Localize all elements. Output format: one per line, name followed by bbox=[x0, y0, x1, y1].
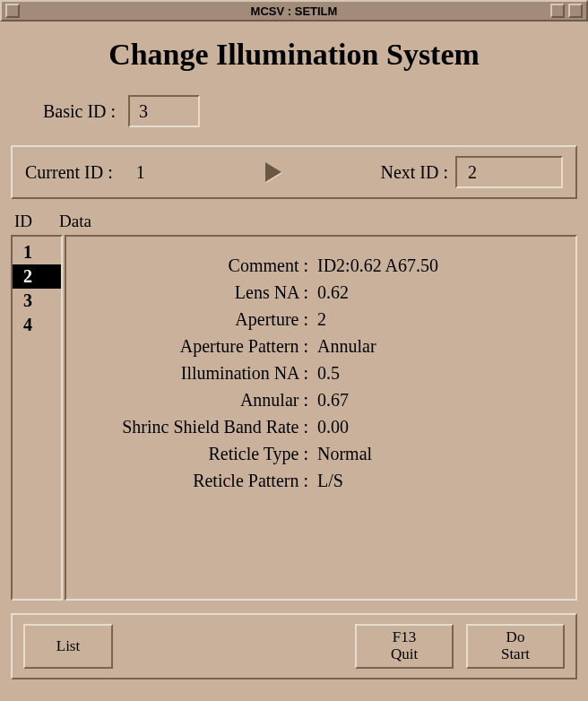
data-row: Aperture Pattern :Annular bbox=[84, 336, 558, 357]
data-row-label: Illumination NA : bbox=[84, 363, 317, 384]
data-row: Shrinc Shield Band Rate :0.00 bbox=[84, 417, 558, 437]
next-id-value: 2 bbox=[468, 162, 477, 183]
titlebar: MCSV : SETILM bbox=[0, 0, 588, 22]
data-row-value: Normal bbox=[317, 444, 372, 464]
data-row: Reticle Type :Normal bbox=[84, 444, 558, 464]
data-row-value: 0.67 bbox=[317, 390, 349, 411]
quit-button[interactable]: F13 Quit bbox=[355, 624, 454, 669]
data-row-label: Comment : bbox=[84, 255, 317, 276]
window-body: Change Illumination System Basic ID : 3 … bbox=[0, 38, 588, 690]
data-row-label: Lens NA : bbox=[84, 282, 317, 303]
data-row: Lens NA :0.62 bbox=[84, 282, 558, 303]
data-row: Annular :0.67 bbox=[84, 390, 558, 411]
current-id-label: Current ID : bbox=[25, 162, 113, 183]
data-row: Aperture :2 bbox=[84, 309, 558, 330]
data-row-value: L/S bbox=[317, 471, 343, 491]
footer: List F13 Quit Do Start bbox=[11, 613, 577, 679]
do-start-button-line2: Start bbox=[501, 646, 530, 663]
data-row-label: Shrinc Shield Band Rate : bbox=[84, 417, 317, 437]
data-row-label: Aperture Pattern : bbox=[84, 336, 317, 357]
data-row-value: Annular bbox=[317, 336, 376, 357]
sysmenu-button[interactable] bbox=[5, 4, 20, 18]
columns-header: ID Data bbox=[14, 212, 577, 231]
basic-id-row: Basic ID : 3 bbox=[11, 91, 577, 145]
current-id-value: 1 bbox=[136, 162, 167, 183]
do-start-button[interactable]: Do Start bbox=[466, 624, 565, 669]
maximize-button[interactable] bbox=[568, 4, 583, 18]
basic-id-field[interactable]: 3 bbox=[128, 95, 200, 127]
data-row-value: 2 bbox=[317, 309, 326, 330]
col-data-label: Data bbox=[59, 212, 91, 231]
data-row: Comment :ID2:0.62 A67.50 bbox=[84, 255, 558, 276]
quit-button-line1: F13 bbox=[393, 629, 416, 646]
current-next-group: Current ID : 1 Next ID : 2 bbox=[11, 145, 577, 199]
basic-id-value: 3 bbox=[139, 101, 148, 122]
play-icon[interactable] bbox=[265, 162, 281, 182]
list-button[interactable]: List bbox=[23, 624, 113, 669]
id-list-item[interactable]: 3 bbox=[13, 289, 61, 313]
list-button-label: List bbox=[56, 638, 80, 655]
data-row: Illumination NA :0.5 bbox=[84, 363, 558, 384]
quit-button-line2: Quit bbox=[391, 646, 418, 663]
id-list-item[interactable]: 4 bbox=[13, 313, 61, 337]
next-id-label: Next ID : bbox=[380, 162, 448, 183]
data-row-value: 0.62 bbox=[317, 282, 349, 303]
main-area: 1234 Comment :ID2:0.62 A67.50Lens NA :0.… bbox=[11, 235, 577, 601]
data-row-label: Aperture : bbox=[84, 309, 317, 330]
data-panel: Comment :ID2:0.62 A67.50Lens NA :0.62Ape… bbox=[65, 235, 577, 601]
data-row: Reticle Pattern :L/S bbox=[84, 471, 558, 491]
data-row-label: Annular : bbox=[84, 390, 317, 411]
id-list[interactable]: 1234 bbox=[11, 235, 63, 601]
data-row-value: 0.00 bbox=[317, 417, 349, 437]
page-title: Change Illumination System bbox=[11, 38, 577, 72]
window-title: MCSV : SETILM bbox=[251, 4, 338, 18]
data-row-value: 0.5 bbox=[317, 363, 340, 384]
data-row-label: Reticle Pattern : bbox=[84, 471, 317, 491]
data-row-label: Reticle Type : bbox=[84, 444, 317, 464]
next-id-field[interactable]: 2 bbox=[455, 156, 563, 188]
basic-id-label: Basic ID : bbox=[43, 101, 116, 122]
do-start-button-line1: Do bbox=[506, 629, 525, 646]
id-list-item[interactable]: 1 bbox=[13, 240, 61, 264]
data-row-value: ID2:0.62 A67.50 bbox=[317, 255, 438, 276]
minimize-button[interactable] bbox=[550, 4, 565, 18]
id-list-item[interactable]: 2 bbox=[13, 264, 61, 289]
col-id-label: ID bbox=[14, 212, 32, 231]
